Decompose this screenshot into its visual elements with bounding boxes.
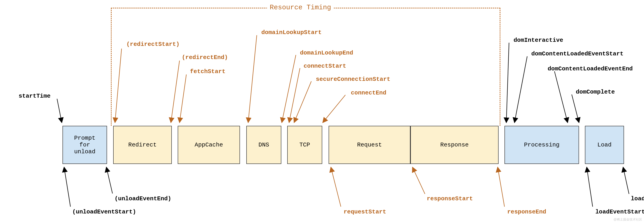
label-domComplete: domComplete	[576, 89, 615, 95]
arrow-requestStart	[331, 167, 341, 207]
label-unloadEventEnd: (unloadEventEnd)	[114, 195, 171, 202]
arrow-responseEnd	[498, 167, 504, 207]
arrow-domInteractive	[506, 43, 509, 123]
label-redirectStart: (redirectStart)	[126, 41, 180, 48]
phase-response: Response	[410, 126, 498, 164]
phase-prompt-unload: Prompt for unload	[62, 126, 107, 164]
phase-load: Load	[585, 126, 624, 164]
label-startTime: startTime	[19, 93, 50, 99]
label-connectEnd: connectEnd	[351, 89, 386, 96]
label-unloadEventStart: (unloadEventStart)	[72, 209, 136, 215]
label-responseEnd: responseEnd	[507, 209, 546, 215]
watermark: @稀土掘金技术社区	[614, 218, 642, 222]
arrow-unloadEventStart	[64, 167, 70, 207]
label-domainLookupStart: domainLookupStart	[261, 29, 322, 36]
label-loadEventEnd: loadEventEnd	[631, 195, 644, 202]
arrow-domComplete	[572, 94, 579, 123]
label-requestStart: requestStart	[344, 209, 386, 215]
label-domainLookupEnd: domainLookupEnd	[300, 49, 353, 56]
arrow-unloadEventEnd	[106, 167, 112, 194]
arrow-responseStart	[412, 167, 425, 194]
resource-timing-title: Resource Timing	[267, 4, 334, 11]
arrow-startTime	[57, 99, 62, 123]
phase-tcp: TCP	[287, 126, 322, 164]
phase-request: Request	[328, 126, 410, 164]
label-fetchStart: fetchStart	[190, 68, 226, 75]
phase-appcache: AppCache	[178, 126, 240, 164]
label-domContentLoadedEventStart: domContentLoadedEventStart	[531, 50, 624, 57]
arrow-domContentLoadedEventEnd	[554, 71, 568, 123]
label-secureConnectionStart: secureConnectionStart	[316, 76, 390, 83]
arrow-domContentLoadedEventStart	[514, 56, 527, 123]
arrow-loadEventEnd	[623, 167, 629, 194]
phase-dns: DNS	[246, 126, 281, 164]
label-connectStart: connectStart	[304, 63, 346, 69]
label-responseStart: responseStart	[427, 195, 473, 202]
label-domContentLoadedEventEnd: domContentLoadedEventEnd	[548, 65, 633, 72]
label-domInteractive: domInteractive	[514, 37, 563, 44]
label-loadEventStart: loadEventStart	[595, 209, 644, 215]
phase-processing: Processing	[504, 126, 579, 164]
phase-redirect: Redirect	[113, 126, 172, 164]
arrow-loadEventStart	[587, 167, 593, 207]
label-redirectEnd: (redirectEnd)	[182, 54, 228, 61]
